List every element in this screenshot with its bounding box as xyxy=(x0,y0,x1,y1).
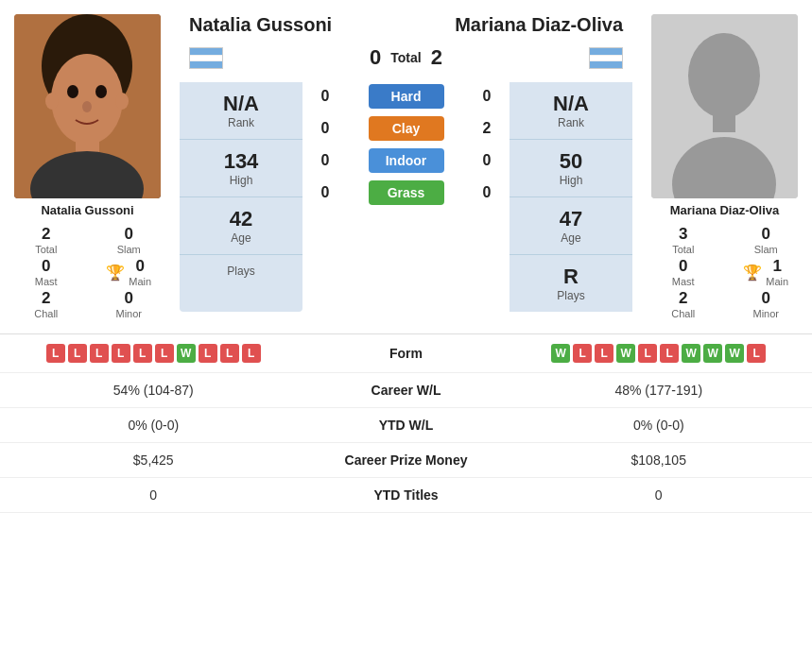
trophy-icon-left: 🏆 xyxy=(106,264,125,282)
prize-right: $108,105 xyxy=(510,453,808,468)
form-badge: W xyxy=(725,344,744,363)
svg-point-9 xyxy=(115,93,129,110)
ytd-wl-left: 0% (0-0) xyxy=(5,418,302,433)
right-box-age: 47 Age xyxy=(510,196,632,254)
form-left: L L L L L L W L L L xyxy=(5,344,302,363)
right-stat-minor: 0 Minor xyxy=(730,289,803,319)
player-right-name: Mariana Diaz-Oliva xyxy=(670,203,780,217)
svg-rect-13 xyxy=(713,109,735,132)
form-badge: L xyxy=(155,344,174,363)
svg-point-2 xyxy=(51,54,123,145)
career-wl-row: 54% (104-87) Career W/L 48% (177-191) xyxy=(0,373,812,408)
center-name-right: Mariana Diaz-Oliva xyxy=(406,14,624,36)
form-badge: L xyxy=(573,344,592,363)
ytd-titles-left: 0 xyxy=(5,487,302,503)
surface-btn-grass[interactable]: Grass xyxy=(369,180,444,205)
left-stat-chall: 2 Chall xyxy=(9,289,83,319)
left-box-high: 134 High xyxy=(180,139,302,196)
ytd-wl-right: 0% (0-0) xyxy=(510,418,808,433)
form-badge: L xyxy=(242,344,261,363)
player-right-photo xyxy=(651,14,798,198)
right-trophy-row: 🏆 1 Main xyxy=(730,257,803,287)
form-badge: W xyxy=(682,344,700,363)
center-name-left: Natalia Gussoni xyxy=(189,14,406,36)
career-wl-left: 54% (104-87) xyxy=(5,383,302,398)
surface-row-hard: 0 Hard 0 xyxy=(306,82,506,111)
surface-row-indoor: 0 Indoor 0 xyxy=(306,146,506,175)
form-badge: L xyxy=(747,344,766,363)
form-badge: W xyxy=(551,344,570,363)
career-wl-right: 48% (177-191) xyxy=(510,383,808,398)
right-box-rank: N/A Rank xyxy=(510,82,632,139)
form-badge: L xyxy=(68,344,87,363)
right-stat-slam: 0 Slam xyxy=(730,225,803,255)
bottom-section: L L L L L L W L L L Form W L L W xyxy=(0,333,812,513)
form-row: L L L L L L W L L L Form W L L W xyxy=(0,334,812,373)
career-wl-label: Career W/L xyxy=(302,383,510,398)
ytd-wl-label: YTD W/L xyxy=(302,418,510,433)
surface-btn-clay[interactable]: Clay xyxy=(369,116,444,141)
left-stat-minor: 0 Minor xyxy=(93,289,166,319)
left-box-plays: Plays xyxy=(180,254,302,287)
player-left-photo xyxy=(14,14,161,198)
total-label: Total xyxy=(390,50,421,65)
prize-label: Career Prize Money xyxy=(302,453,510,468)
svg-point-4 xyxy=(95,85,107,98)
center-inner: N/A Rank 134 High 42 Age Plays xyxy=(180,82,632,312)
prize-row: $5,425 Career Prize Money $108,105 xyxy=(0,443,812,478)
form-badges-right: W L L W L L W W W L xyxy=(510,344,808,363)
trophy-icon-right: 🏆 xyxy=(743,264,762,282)
prize-left: $5,425 xyxy=(5,453,302,468)
player-names-row: Natalia Gussoni Mariana Diaz-Oliva xyxy=(180,9,632,41)
svg-point-8 xyxy=(45,93,59,110)
player-left-stats: 2 Total 0 Slam 0 Mast 🏆 0 Main xyxy=(5,225,170,319)
player-comparison: Natalia Gussoni 2 Total 0 Slam 0 Mast 🏆 xyxy=(0,0,812,333)
center-section: Natalia Gussoni Mariana Diaz-Oliva xyxy=(175,9,637,312)
form-badge: L xyxy=(46,344,65,363)
form-badge: L xyxy=(638,344,657,363)
ytd-titles-label: YTD Titles xyxy=(302,487,510,503)
svg-point-11 xyxy=(688,33,760,118)
form-badge: W xyxy=(616,344,635,363)
left-stat-total: 2 Total xyxy=(9,225,83,255)
right-stat-chall: 2 Chall xyxy=(647,289,720,319)
left-stat-main: 0 Main xyxy=(129,257,151,287)
ytd-wl-row: 0% (0-0) YTD W/L 0% (0-0) xyxy=(0,408,812,443)
form-right: W L L W L L W W W L xyxy=(510,344,808,363)
left-trophy-row: 🏆 0 Main xyxy=(93,257,166,287)
flag-left xyxy=(189,47,223,69)
surface-btn-hard[interactable]: Hard xyxy=(369,84,444,109)
form-badge: L xyxy=(90,344,109,363)
form-badge: L xyxy=(220,344,239,363)
player-left-section: Natalia Gussoni 2 Total 0 Slam 0 Mast 🏆 xyxy=(0,9,175,324)
stat-box-left: N/A Rank 134 High 42 Age Plays xyxy=(180,82,302,312)
right-box-plays: R Plays xyxy=(510,254,632,312)
surfaces-center: 0 Hard 0 0 Clay 2 0 Indoor 0 xyxy=(306,82,506,312)
surface-btn-indoor[interactable]: Indoor xyxy=(369,148,444,173)
form-badge: L xyxy=(660,344,679,363)
form-label: Form xyxy=(302,346,510,361)
player-right-stats: 3 Total 0 Slam 0 Mast 🏆 1 Main xyxy=(642,225,807,319)
main-container: Natalia Gussoni 2 Total 0 Slam 0 Mast 🏆 xyxy=(0,0,812,513)
svg-point-5 xyxy=(82,101,92,112)
form-badge: L xyxy=(133,344,152,363)
flag-right xyxy=(589,47,623,69)
form-badges-left: L L L L L L W L L L xyxy=(5,344,302,363)
player-right-section: Mariana Diaz-Oliva 3 Total 0 Slam 0 Mast… xyxy=(637,9,812,324)
stat-box-right: N/A Rank 50 High 47 Age R Plays xyxy=(510,82,632,312)
player-left-name: Natalia Gussoni xyxy=(41,203,133,217)
surface-row-clay: 0 Clay 2 xyxy=(306,114,506,143)
right-stat-mast: 0 Mast xyxy=(647,257,720,287)
right-stat-main: 1 Main xyxy=(766,257,788,287)
form-badge: L xyxy=(112,344,130,363)
form-badge: L xyxy=(595,344,613,363)
ytd-titles-row: 0 YTD Titles 0 xyxy=(0,478,812,513)
left-box-age: 42 Age xyxy=(180,196,302,254)
surface-row-grass: 0 Grass 0 xyxy=(306,179,506,207)
flags-scores-row: 0 Total 2 xyxy=(180,45,632,70)
form-badge: W xyxy=(177,344,196,363)
form-badge: L xyxy=(199,344,217,363)
score-left: 0 xyxy=(370,45,381,70)
svg-point-3 xyxy=(67,85,78,98)
right-stat-total: 3 Total xyxy=(647,225,720,255)
